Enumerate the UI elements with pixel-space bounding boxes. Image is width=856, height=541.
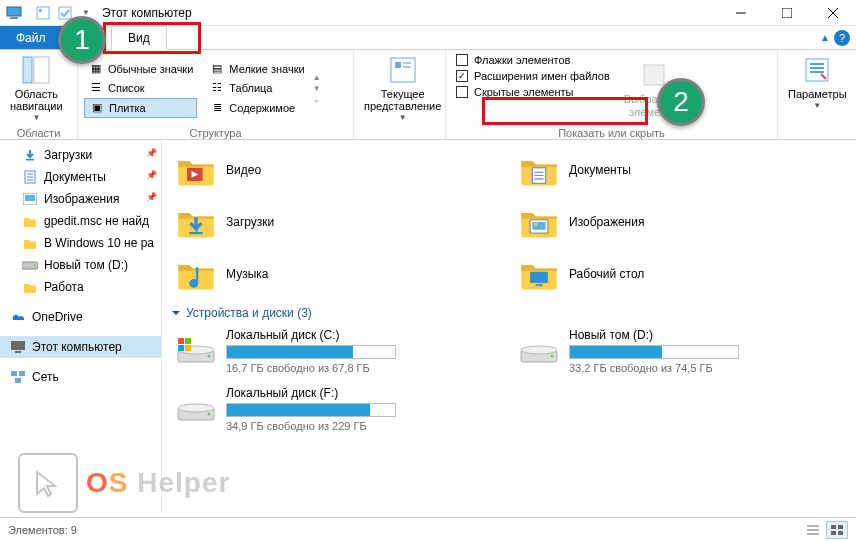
svg-rect-14 xyxy=(403,66,411,68)
drive-free-space: 33,2 ГБ свободно из 74,5 ГБ xyxy=(569,362,749,374)
layout-small-icons[interactable]: ▤Мелкие значки xyxy=(205,60,308,78)
layout-list[interactable]: ☰Список xyxy=(84,79,197,97)
nav-item[interactable]: gpedit.msc не найд xyxy=(0,210,161,232)
svg-point-46 xyxy=(551,355,554,358)
svg-rect-12 xyxy=(395,62,401,68)
layout-medium-icons[interactable]: ▦Обычные значки xyxy=(84,60,197,78)
item-checkboxes-toggle[interactable]: Флажки элементов xyxy=(452,52,614,68)
nav-item[interactable]: Документы📌 xyxy=(0,166,161,188)
tiles-view-button[interactable] xyxy=(826,521,848,539)
nav-item-label: Изображения xyxy=(44,192,119,206)
svg-rect-26 xyxy=(19,371,25,376)
nav-item-label: gpedit.msc не найд xyxy=(44,214,149,228)
nav-item[interactable]: Работа xyxy=(0,276,161,298)
svg-rect-17 xyxy=(26,159,34,161)
pics-folder-icon xyxy=(519,202,559,242)
layout-content[interactable]: ≣Содержимое xyxy=(205,98,308,118)
folder-label: Изображения xyxy=(569,215,644,229)
svg-rect-6 xyxy=(782,8,792,18)
content-icon: ≣ xyxy=(209,100,225,116)
tiles-icon: ▣ xyxy=(89,100,105,116)
svg-point-39 xyxy=(208,355,211,358)
tab-file[interactable]: Файл xyxy=(0,26,62,49)
navigation-pane[interactable]: Загрузки📌Документы📌Изображения📌gpedit.ms… xyxy=(0,140,162,512)
ribbon-tabs: Файл гер Вид ▲ ? xyxy=(0,26,856,50)
nav-item-label: Загрузки xyxy=(44,148,92,162)
drives-section: Локальный диск (C:)16,7 ГБ свободно из 6… xyxy=(172,324,846,436)
file-extensions-toggle[interactable]: Расширения имен файлов xyxy=(452,68,614,84)
chevron-down-icon: ▼ xyxy=(399,114,407,123)
drive-tile[interactable]: Локальный диск (F:)34,9 ГБ свободно из 2… xyxy=(172,382,503,436)
nav-onedrive[interactable]: OneDrive xyxy=(0,306,161,328)
folder-label: Рабочий стол xyxy=(569,267,644,281)
pin-icon: 📌 xyxy=(146,170,157,180)
svg-rect-31 xyxy=(189,232,202,234)
help-icon[interactable]: ? xyxy=(834,30,850,46)
nav-item[interactable]: Загрузки📌 xyxy=(0,144,161,166)
gallery-scroll-up-icon[interactable]: ▲ xyxy=(313,73,321,82)
folder-tile[interactable]: Видео xyxy=(172,146,503,194)
maximize-button[interactable] xyxy=(764,0,810,26)
minimize-button[interactable] xyxy=(718,0,764,26)
checkbox-icon xyxy=(456,54,468,66)
navigation-pane-button[interactable]: Область навигации ▼ xyxy=(6,52,67,125)
devices-group-header[interactable]: Устройства и диски (3) xyxy=(172,306,846,320)
nav-item[interactable]: Новый том (D:) xyxy=(0,254,161,276)
folders-section: ВидеоДокументыЗагрузкиИзображенияМузыкаР… xyxy=(172,146,846,298)
drive-free-space: 16,7 ГБ свободно из 67,8 ГБ xyxy=(226,362,406,374)
pin-icon: 📌 xyxy=(146,148,157,158)
gallery-scroll-down-icon[interactable]: ▼ xyxy=(313,84,321,93)
close-button[interactable] xyxy=(810,0,856,26)
drive-tile[interactable]: Локальный диск (C:)16,7 ГБ свободно из 6… xyxy=(172,324,503,378)
hidden-items-toggle[interactable]: Скрытые элементы xyxy=(452,84,614,100)
folder-tile[interactable]: Документы xyxy=(515,146,846,194)
qat-properties-icon[interactable] xyxy=(34,4,52,22)
svg-point-45 xyxy=(521,346,557,354)
ribbon-collapse-icon[interactable]: ▲ xyxy=(820,32,830,43)
navigation-pane-icon xyxy=(20,54,52,86)
drive-tile[interactable]: Новый том (D:)33,2 ГБ свободно из 74,5 Г… xyxy=(515,324,846,378)
gallery-more-icon[interactable]: ⌄ xyxy=(313,95,321,104)
nav-this-pc[interactable]: Этот компьютер xyxy=(0,336,161,358)
drive-label: Новый том (D:) xyxy=(569,328,749,342)
folder-tile[interactable]: Рабочий стол xyxy=(515,250,846,298)
svg-rect-25 xyxy=(11,371,17,376)
music-folder-icon xyxy=(176,254,216,294)
svg-rect-40 xyxy=(178,338,184,344)
drive-icon xyxy=(519,336,559,366)
layout-gallery[interactable]: ▦Обычные значки ▤Мелкие значки ☰Список ☷… xyxy=(84,60,309,118)
details-view-button[interactable] xyxy=(802,521,824,539)
checkbox-icon xyxy=(456,86,468,98)
svg-point-34 xyxy=(534,223,537,226)
current-view-button[interactable]: Текущее представление ▼ xyxy=(360,52,445,125)
ribbon: Область навигации ▼ Области ▦Обычные зна… xyxy=(0,50,856,140)
svg-rect-2 xyxy=(37,7,49,19)
content-area: Загрузки📌Документы📌Изображения📌gpedit.ms… xyxy=(0,140,856,512)
nav-item[interactable]: Изображения📌 xyxy=(0,188,161,210)
options-icon xyxy=(801,54,833,86)
svg-rect-52 xyxy=(831,531,836,535)
folder-tile[interactable]: Музыка xyxy=(172,250,503,298)
checkbox-checked-icon xyxy=(456,70,468,82)
layout-tiles[interactable]: ▣Плитка xyxy=(84,98,197,118)
folder-label: Музыка xyxy=(226,267,268,281)
tab-view[interactable]: Вид xyxy=(111,26,167,50)
nav-item-label: Работа xyxy=(44,280,84,294)
nav-item-label: Документы xyxy=(44,170,106,184)
folder-tile[interactable]: Загрузки xyxy=(172,198,503,246)
callout-1: 1 xyxy=(58,16,106,64)
small-icons-icon: ▤ xyxy=(209,61,225,77)
folder-icon xyxy=(22,235,38,251)
main-view[interactable]: ВидеоДокументыЗагрузкиИзображенияМузыкаР… xyxy=(162,140,856,512)
layout-details[interactable]: ☷Таблица xyxy=(205,79,308,97)
svg-rect-13 xyxy=(403,62,411,64)
folder-tile[interactable]: Изображения xyxy=(515,198,846,246)
nav-item-label: Новый том (D:) xyxy=(44,258,128,272)
current-view-icon xyxy=(387,54,419,86)
nav-item[interactable]: В Windows 10 не ра xyxy=(0,232,161,254)
this-pc-icon xyxy=(6,5,22,21)
options-button[interactable]: Параметры ▼ xyxy=(784,52,851,113)
folder-icon xyxy=(22,279,38,295)
nav-network[interactable]: Сеть xyxy=(0,366,161,388)
svg-rect-9 xyxy=(23,57,32,83)
